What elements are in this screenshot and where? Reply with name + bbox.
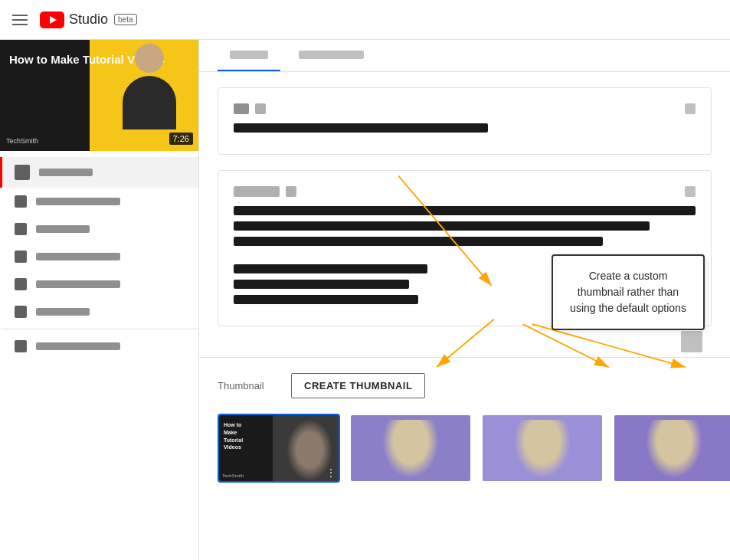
logo-area: Studio beta (40, 11, 137, 28)
thumbnail-section-header: Thumbnail CREATE THUMBNAIL (199, 357, 730, 414)
desc-bar-3 (234, 237, 603, 246)
sidebar-item-whatsnew[interactable] (0, 332, 198, 360)
thumbnail-option-3[interactable] (481, 414, 604, 483)
sidebar-label (36, 198, 120, 205)
nav-icon (15, 251, 27, 263)
sidebar-item-cards[interactable] (0, 298, 198, 326)
sidebar-label (36, 342, 120, 350)
expand-icon[interactable] (685, 186, 696, 197)
youtube-logo-icon (40, 11, 64, 28)
title-section-card (218, 87, 712, 155)
tab-basic-label (230, 51, 268, 59)
nav-icon (15, 340, 27, 352)
sidebar-label (39, 169, 93, 176)
thumbnail-option-1[interactable]: How toMakeTutorialVideos TechSmith ⋮ (218, 414, 340, 483)
nav-icon (15, 306, 27, 318)
section-icon-sm (255, 103, 266, 114)
header: Studio beta (0, 0, 730, 40)
sidebar-label (36, 225, 90, 233)
sidebar-item-sep (0, 329, 198, 329)
callout-text: Create a custom thumbnail rather than us… (570, 270, 686, 314)
nav-icon (15, 278, 27, 290)
thumbnail-option-4[interactable] (613, 414, 730, 483)
menu-button[interactable] (12, 15, 28, 25)
thumb4-person (643, 420, 705, 481)
expand-icon[interactable] (685, 103, 696, 114)
tab-basic[interactable] (218, 40, 280, 71)
sidebar-item-subtitles[interactable] (0, 243, 198, 270)
callout-box: Create a custom thumbnail rather than us… (552, 254, 705, 330)
person-body (123, 76, 176, 129)
sidebar-item-comments[interactable] (0, 215, 198, 243)
tab-advanced[interactable] (286, 40, 376, 71)
desc-bar-5 (234, 280, 409, 289)
nav-icon (15, 195, 27, 208)
section-label-bar (234, 186, 280, 197)
nav-icon (15, 223, 27, 235)
thumb1-brand: TechSmith (222, 473, 244, 478)
desc-bar-4 (234, 264, 427, 273)
sidebar-video-thumbnail[interactable]: How to Make Tutorial Videos 7:26 TechSmi… (0, 40, 199, 151)
desc-bar-6 (234, 295, 418, 304)
video-brand: TechSmith (6, 137, 38, 145)
sidebar-item-analytics[interactable] (0, 188, 198, 215)
thumbnail-label: Thumbnail (218, 380, 279, 391)
title-text-bar (234, 123, 488, 133)
section-icon (234, 103, 249, 114)
section-header-1 (234, 103, 696, 114)
sidebar: How to Make Tutorial Videos 7:26 TechSmi… (0, 40, 199, 560)
thumb2-bg (351, 415, 470, 481)
beta-badge: beta (114, 14, 136, 25)
thumb1-person (286, 419, 332, 481)
create-thumbnail-button[interactable]: CREATE THUMBNAIL (291, 373, 425, 398)
sidebar-item-endscreen[interactable] (0, 270, 198, 298)
sidebar-nav (0, 151, 198, 366)
sidebar-label (36, 280, 120, 288)
tab-advanced-label (299, 51, 364, 59)
studio-label: Studio (69, 11, 108, 28)
thumb4-bg (614, 415, 730, 481)
thumb1-text: How toMakeTutorialVideos (224, 421, 243, 451)
thumbnail-previews: How toMakeTutorialVideos TechSmith ⋮ (199, 414, 730, 498)
sidebar-label (36, 253, 120, 260)
thumb2-person (380, 420, 441, 481)
section-header-2 (234, 186, 696, 197)
desc-bar-1 (234, 206, 696, 215)
person-illustration (111, 44, 188, 147)
section-icon-sm (286, 186, 296, 197)
tabs-bar (199, 40, 730, 72)
section-action-icon[interactable] (681, 331, 702, 352)
content-area: Thumbnail CREATE THUMBNAIL How toMakeTut… (199, 40, 730, 560)
nav-icon (15, 165, 30, 180)
sidebar-label (36, 308, 90, 316)
sidebar-item-title[interactable] (0, 157, 198, 188)
thumb3-person (512, 420, 573, 481)
desc-bar-2 (234, 221, 650, 231)
main-layout: How to Make Tutorial Videos 7:26 TechSmi… (0, 40, 730, 560)
thumb1-menu-icon[interactable]: ⋮ (326, 467, 336, 478)
thumb1-bg: How toMakeTutorialVideos TechSmith ⋮ (219, 415, 339, 481)
thumb3-bg (483, 415, 602, 481)
person-head (135, 44, 164, 73)
video-duration: 7:26 (169, 133, 193, 145)
thumbnail-option-2[interactable] (349, 414, 472, 483)
